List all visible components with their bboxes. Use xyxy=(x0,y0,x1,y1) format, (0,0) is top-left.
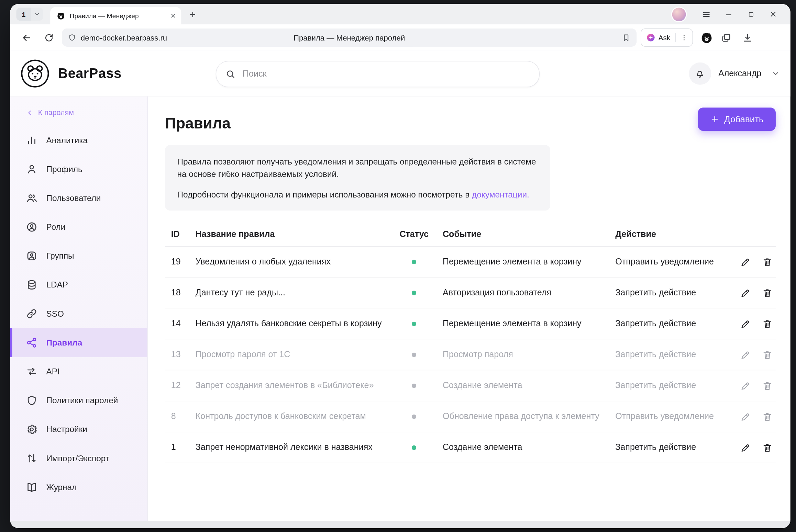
sidebar-item-import-export[interactable]: Импорт/Экспорт xyxy=(10,444,147,473)
maximize-button[interactable] xyxy=(740,7,762,22)
back-link-label: К паролям xyxy=(38,109,74,117)
add-rule-button[interactable]: Добавить xyxy=(698,107,775,131)
downloads-button[interactable] xyxy=(739,32,756,43)
divider xyxy=(675,33,676,42)
tab-title: Правила — Менеджер xyxy=(70,12,139,20)
edit-rule-icon[interactable] xyxy=(740,380,751,391)
new-tab-button[interactable] xyxy=(185,7,199,21)
ask-ai-button[interactable]: Ask xyxy=(643,33,673,42)
delete-rule-icon[interactable] xyxy=(762,349,773,360)
back-to-passwords-link[interactable]: К паролям xyxy=(10,103,147,122)
tab-group-count[interactable]: 1 xyxy=(16,8,31,21)
sidebar-item-rules[interactable]: Правила xyxy=(10,328,147,357)
edit-rule-icon[interactable] xyxy=(740,318,751,329)
rule-event: Перемещение элемента в корзину xyxy=(443,319,615,329)
ask-kebab-menu[interactable] xyxy=(678,34,690,41)
app-header: BearPass Александр xyxy=(10,51,791,96)
table-row: 19 Уведомления о любых удалениях Перемещ… xyxy=(165,247,776,278)
global-search[interactable] xyxy=(216,61,540,87)
browser-tab[interactable]: Правила — Менеджер xyxy=(51,7,181,24)
import-export-arrows-icon xyxy=(26,453,37,464)
profile-icon xyxy=(26,163,37,175)
users-icon xyxy=(26,192,37,204)
browser-profile-avatar[interactable] xyxy=(672,7,686,21)
rules-info-card: Правила позволяют получать уведомления и… xyxy=(165,145,550,211)
extensions-button[interactable] xyxy=(718,32,735,43)
rules-table: ID Название правила Статус Событие Дейст… xyxy=(165,223,776,463)
address-bar[interactable]: demo-docker.bearpass.ru Правила — Менедж… xyxy=(62,29,637,47)
rule-name: Контроль доступов к банковским секретам xyxy=(196,411,400,422)
minimize-icon xyxy=(725,10,732,18)
sidebar-item-ldap[interactable]: LDAP xyxy=(10,270,147,299)
tab-group-chip[interactable]: 1 xyxy=(16,8,43,21)
browser-menu-button[interactable] xyxy=(695,7,717,22)
delete-rule-icon[interactable] xyxy=(762,411,773,422)
bookmark-icon[interactable] xyxy=(622,33,630,42)
edit-rule-icon[interactable] xyxy=(740,349,751,360)
bearpass-favicon xyxy=(56,11,66,20)
rule-id: 8 xyxy=(165,411,196,422)
rule-status-cell xyxy=(399,445,443,450)
delete-rule-icon[interactable] xyxy=(762,257,773,267)
bear-extension-icon xyxy=(700,31,713,44)
edit-rule-icon[interactable] xyxy=(740,442,751,453)
bell-icon xyxy=(695,68,705,79)
bearpass-extension-button[interactable] xyxy=(700,31,713,44)
rule-action: Отправить уведомление xyxy=(615,411,733,422)
table-row: 8 Контроль доступов к банковским секрета… xyxy=(165,401,776,432)
search-input[interactable] xyxy=(242,68,530,79)
bearpass-logo-icon xyxy=(20,59,50,88)
user-menu-chevron[interactable] xyxy=(772,69,780,78)
maximize-icon xyxy=(748,11,754,18)
delete-rule-icon[interactable] xyxy=(762,380,773,391)
delete-rule-icon[interactable] xyxy=(762,287,773,298)
rule-id: 14 xyxy=(165,319,196,329)
column-header-status: Статус xyxy=(399,229,443,240)
back-button[interactable] xyxy=(17,29,35,47)
column-header-action: Действие xyxy=(615,229,733,240)
rule-action: Запретить действие xyxy=(615,350,733,360)
sidebar-item-analytics[interactable]: Аналитика xyxy=(10,126,147,155)
hamburger-icon xyxy=(702,10,710,19)
browser-window: 1 Правила — Менеджер xyxy=(10,4,791,528)
sidebar-item-journal[interactable]: Журнал xyxy=(10,473,147,502)
rule-action: Запретить действие xyxy=(615,319,733,329)
ldap-database-icon xyxy=(26,279,37,291)
sidebar-item-api[interactable]: API xyxy=(10,357,147,386)
table-row: 1 Запрет ненормативной лексики в названи… xyxy=(165,432,776,463)
sidebar-item-settings[interactable]: Настройки xyxy=(10,415,147,444)
rule-action: Запретить действие xyxy=(615,288,733,298)
edit-rule-icon[interactable] xyxy=(740,257,751,267)
delete-rule-icon[interactable] xyxy=(762,442,773,453)
status-dot xyxy=(412,260,416,264)
reload-button[interactable] xyxy=(40,29,58,47)
notifications-button[interactable] xyxy=(689,63,711,85)
sidebar-item-sso[interactable]: SSO xyxy=(10,299,147,328)
sidebar-item-profile[interactable]: Профиль xyxy=(10,155,147,183)
sidebar-item-users[interactable]: Пользователи xyxy=(10,184,147,213)
tab-group-caret[interactable] xyxy=(31,8,43,21)
back-arrow-icon xyxy=(21,32,32,43)
edit-rule-icon[interactable] xyxy=(740,411,751,422)
delete-rule-icon[interactable] xyxy=(762,318,773,329)
brand[interactable]: BearPass xyxy=(20,59,122,88)
documentation-link[interactable]: документации. xyxy=(472,190,529,199)
minimize-button[interactable] xyxy=(717,7,740,22)
close-window-button[interactable] xyxy=(762,7,784,22)
sidebar-item-groups[interactable]: Группы xyxy=(10,241,147,270)
tab-close-icon[interactable] xyxy=(170,13,176,19)
rule-name: Просмотр пароля от 1С xyxy=(196,350,400,360)
api-arrows-icon xyxy=(26,366,37,377)
reload-icon xyxy=(44,33,54,42)
roles-icon xyxy=(26,221,37,233)
plus-icon xyxy=(189,10,196,18)
url-text: demo-docker.bearpass.ru xyxy=(81,33,167,42)
main-content: Правила Добавить Правила позволяют получ… xyxy=(148,97,791,521)
table-row: 13 Просмотр пароля от 1С Просмотр пароля… xyxy=(165,340,776,371)
rule-event: Создание элемента xyxy=(443,442,615,453)
sidebar-item-password-policies[interactable]: Политики паролей xyxy=(10,386,147,415)
edit-rule-icon[interactable] xyxy=(740,287,751,298)
sidebar-item-roles[interactable]: Роли xyxy=(10,213,147,241)
search-icon xyxy=(225,69,236,79)
status-dot xyxy=(412,383,416,388)
